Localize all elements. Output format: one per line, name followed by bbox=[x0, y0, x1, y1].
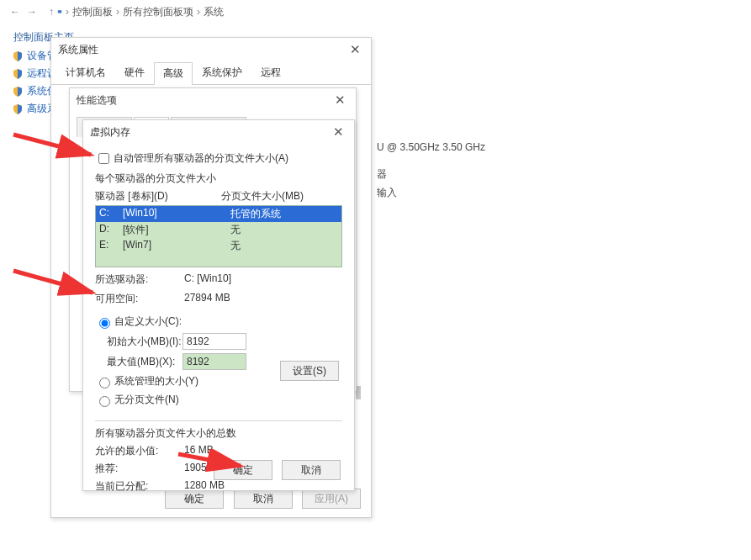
fwd-icon[interactable]: → bbox=[27, 6, 37, 18]
auto-manage-checkbox[interactable]: 自动管理所有驱动器的分页文件大小(A) bbox=[95, 151, 342, 166]
max-size-label: 最大值(MB)(X): bbox=[107, 355, 182, 369]
tab-active[interactable]: 高级 bbox=[154, 62, 193, 85]
dialog-title: 系统属性 bbox=[58, 43, 346, 57]
checkbox-label: 自动管理所有驱动器的分页文件大小(A) bbox=[114, 151, 288, 166]
totals-title: 所有驱动器分页文件大小的总数 bbox=[95, 426, 342, 441]
shield-icon bbox=[12, 103, 24, 115]
set-button[interactable]: 设置(S) bbox=[280, 361, 339, 381]
checkbox-input[interactable] bbox=[98, 153, 109, 164]
avail-label: 可用空间: bbox=[95, 292, 184, 306]
radio-input[interactable] bbox=[99, 318, 110, 329]
dialog-title: 虚拟内存 bbox=[90, 125, 330, 140]
rec-label: 推荐: bbox=[95, 462, 184, 476]
drive-list[interactable]: C: [Win10] 托管的系统 D: [软件] 无 E: [Win7] 无 bbox=[95, 205, 342, 267]
radio-label: 系统管理的大小(Y) bbox=[114, 374, 198, 388]
close-icon[interactable]: ✕ bbox=[330, 124, 347, 140]
tab[interactable]: 系统保护 bbox=[193, 61, 251, 84]
max-size-input[interactable] bbox=[182, 353, 246, 370]
cur-label: 当前已分配: bbox=[95, 479, 184, 494]
tab[interactable]: 硬件 bbox=[115, 61, 154, 84]
initial-size-input[interactable] bbox=[182, 333, 246, 350]
virtual-memory-dialog: 虚拟内存 ✕ 自动管理所有驱动器的分页文件大小(A) 每个驱动器的分页文件大小 … bbox=[82, 119, 355, 491]
sel-drive-label: 所选驱动器: bbox=[95, 272, 184, 287]
tab[interactable]: 远程 bbox=[251, 61, 290, 84]
radio-label: 无分页文件(N) bbox=[114, 393, 179, 407]
shield-icon bbox=[12, 50, 24, 62]
back-icon[interactable]: ← bbox=[10, 6, 20, 18]
custom-size-radio[interactable]: 自定义大小(C): bbox=[95, 314, 342, 329]
up-icon[interactable]: ↑ bbox=[49, 6, 54, 18]
system-info: U @ 3.50GHz 3.50 GHz 器 输入 bbox=[377, 138, 485, 202]
avail-value: 27894 MB bbox=[184, 292, 230, 306]
drive-row[interactable]: C: [Win10] 托管的系统 bbox=[96, 206, 341, 222]
col-drive: 驱动器 [卷标](D) bbox=[95, 189, 221, 203]
radio-input[interactable] bbox=[99, 378, 110, 388]
dialog-title: 性能选项 bbox=[77, 93, 331, 108]
group-label: 每个驱动器的分页文件大小 bbox=[95, 172, 342, 186]
close-icon[interactable]: ✕ bbox=[331, 92, 349, 108]
no-paging-radio[interactable]: 无分页文件(N) bbox=[95, 393, 342, 407]
min-label: 允许的最小值: bbox=[95, 444, 184, 458]
shield-icon bbox=[12, 68, 24, 80]
sel-drive-value: C: [Win10] bbox=[184, 272, 231, 287]
col-size: 分页文件大小(MB) bbox=[221, 189, 304, 203]
tab[interactable]: 计算机名 bbox=[56, 61, 115, 84]
cancel-button[interactable]: 取消 bbox=[282, 460, 341, 480]
min-value: 16 MB bbox=[184, 444, 214, 458]
crumb-item[interactable]: 所有控制面板项 bbox=[123, 5, 193, 19]
cur-value: 1280 MB bbox=[184, 479, 225, 494]
initial-size-label: 初始大小(MB)(I): bbox=[107, 335, 182, 349]
drive-row[interactable]: D: [软件] 无 bbox=[96, 222, 341, 238]
shield-icon bbox=[12, 86, 24, 98]
crumb-item[interactable]: 系统 bbox=[204, 5, 224, 19]
pc-icon bbox=[57, 6, 62, 18]
svg-rect-0 bbox=[58, 10, 62, 13]
close-icon[interactable]: ✕ bbox=[346, 42, 364, 57]
svg-rect-1 bbox=[59, 13, 61, 14]
radio-label: 自定义大小(C): bbox=[114, 314, 182, 329]
drive-row[interactable]: E: [Win7] 无 bbox=[96, 238, 341, 254]
breadcrumb: ← → ↑ › 控制面板 › 所有控制面板项 › 系统 bbox=[0, 0, 751, 24]
crumb-item[interactable]: 控制面板 bbox=[72, 5, 113, 19]
ok-button[interactable]: 确定 bbox=[214, 460, 272, 480]
radio-input[interactable] bbox=[99, 396, 110, 407]
tabs: 计算机名 硬件 高级 系统保护 远程 bbox=[51, 61, 371, 85]
